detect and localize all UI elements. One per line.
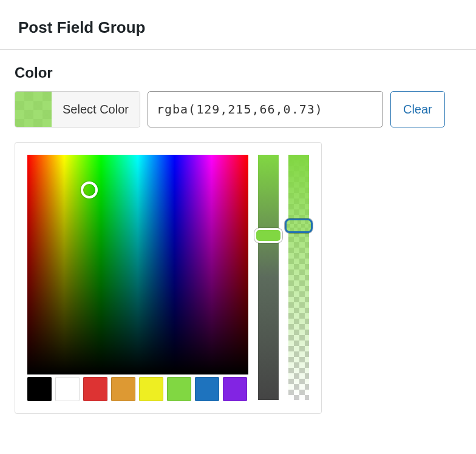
alpha-slider-thumb[interactable] (285, 219, 313, 233)
preset-swatch[interactable] (195, 377, 219, 401)
field-label: Color (15, 64, 461, 81)
saturation-value-area[interactable] (27, 155, 248, 374)
preset-swatch[interactable] (27, 377, 52, 401)
clear-button[interactable]: Clear (390, 91, 445, 127)
field-group-content: Color Select Color Clear (0, 50, 476, 429)
preset-swatch[interactable] (139, 377, 163, 401)
alpha-slider[interactable] (288, 155, 309, 400)
select-color-label: Select Color (52, 92, 140, 127)
color-picker-panel (15, 142, 322, 414)
hue-slider-thumb[interactable] (254, 228, 282, 243)
saturation-value-column (27, 155, 248, 401)
preset-swatch-row (27, 377, 248, 401)
select-color-button[interactable]: Select Color (15, 91, 140, 127)
color-controls-row: Select Color Clear (15, 91, 461, 127)
preset-swatch[interactable] (223, 377, 247, 401)
meta-box-title: Post Field Group (18, 18, 461, 37)
color-value-input[interactable] (148, 91, 383, 127)
preset-swatch[interactable] (55, 377, 80, 401)
current-color-swatch (15, 92, 52, 127)
hue-slider[interactable] (258, 155, 279, 400)
preset-swatch[interactable] (167, 377, 191, 401)
sv-cursor[interactable] (81, 181, 98, 198)
preset-swatch[interactable] (111, 377, 135, 401)
preset-swatch[interactable] (83, 377, 107, 401)
meta-box-header: Post Field Group (0, 0, 476, 50)
